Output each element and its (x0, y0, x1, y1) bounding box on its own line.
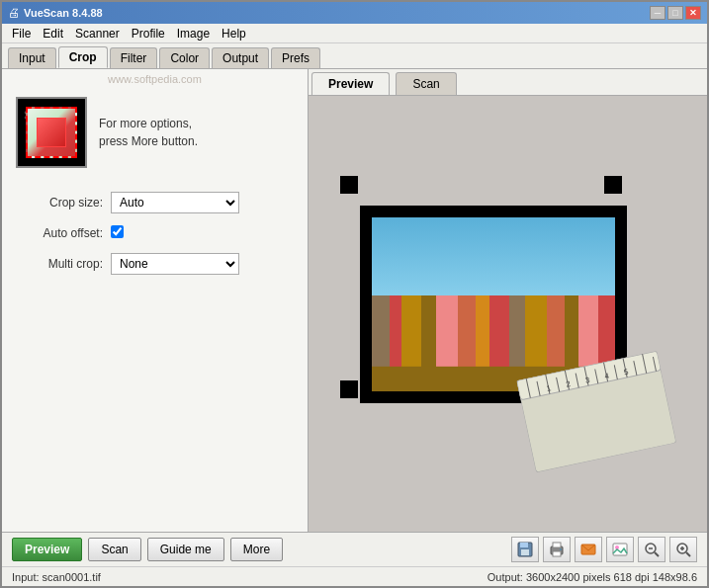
menu-help[interactable]: Help (216, 25, 252, 42)
sky-layer (372, 217, 615, 295)
scan-preview: 1 2 3 4 5 (340, 176, 676, 453)
more-button[interactable]: More (230, 538, 283, 561)
menu-profile[interactable]: Profile (126, 25, 171, 42)
svg-line-64 (686, 552, 690, 556)
status-output: Output: 3600x2400 pixels 618 dpi 148x98.… (487, 571, 697, 583)
email-tool-button[interactable] (575, 537, 602, 562)
svg-rect-49 (520, 543, 528, 547)
preview-area: 1 2 3 4 5 (309, 96, 707, 532)
app-icon: 🖨 (8, 6, 20, 20)
zoom-in-icon (675, 542, 691, 557)
window-title: VueScan 8.4.88 (24, 7, 103, 19)
help-section: ✂ For more options, press More button. (2, 87, 308, 178)
save-icon (517, 542, 533, 557)
title-bar-buttons: ─ □ ✕ (650, 6, 701, 20)
right-panel: Preview Scan (309, 69, 707, 532)
email-icon (580, 542, 596, 557)
image-icon (612, 542, 628, 557)
crop-size-dropdown[interactable]: Auto Manual Maximum (111, 192, 239, 213)
multi-crop-label: Multi crop: (22, 257, 111, 271)
crop-size-label: Crop size: (22, 196, 111, 210)
tab-color[interactable]: Color (159, 47, 210, 68)
status-bar: Input: scan0001.tif Output: 3600x2400 pi… (2, 566, 707, 586)
print-tool-button[interactable] (543, 537, 571, 562)
tab-input[interactable]: Input (8, 47, 56, 68)
help-line1: For more options, (99, 117, 192, 130)
corner-marker-tl (340, 176, 358, 194)
zoom-in-button[interactable] (669, 537, 697, 562)
menu-file[interactable]: File (6, 25, 37, 42)
scan-button[interactable]: Scan (88, 538, 140, 561)
zoom-out-icon (644, 542, 660, 557)
svg-rect-52 (553, 543, 561, 547)
settings-area: Crop size: Auto Manual Maximum Auto offs… (2, 178, 308, 532)
zoom-out-button[interactable] (638, 537, 665, 562)
menu-bar: File Edit Scanner Profile Image Help (2, 24, 707, 43)
multi-crop-dropdown[interactable]: None 2 4 6 (111, 253, 239, 275)
corner-marker-tr (604, 176, 622, 194)
crop-size-control: Auto Manual Maximum (111, 192, 288, 213)
print-icon (549, 542, 565, 557)
main-content: www.softpedia.com ✂ For more options, pr… (2, 69, 707, 532)
menu-image[interactable]: Image (171, 25, 216, 42)
svg-line-60 (655, 552, 659, 556)
help-text: For more options, press More button. (99, 115, 198, 150)
svg-rect-50 (521, 549, 529, 555)
tab-scan[interactable]: Scan (396, 72, 456, 95)
preview-button[interactable]: Preview (12, 538, 82, 561)
menu-edit[interactable]: Edit (37, 25, 69, 42)
crop-size-row: Crop size: Auto Manual Maximum (22, 192, 288, 213)
help-line2: press More button. (99, 134, 198, 148)
image-tool-button[interactable] (606, 537, 634, 562)
title-bar: 🖨 VueScan 8.4.88 ─ □ ✕ (2, 2, 707, 24)
title-bar-left: 🖨 VueScan 8.4.88 (8, 6, 103, 20)
multi-crop-row: Multi crop: None 2 4 6 (22, 253, 288, 275)
guide-me-button[interactable]: Guide me (147, 538, 224, 561)
auto-offset-control (111, 225, 288, 241)
tab-crop[interactable]: Crop (58, 46, 108, 68)
crop-dashed-box (26, 107, 77, 158)
svg-rect-53 (553, 551, 561, 556)
minimize-button[interactable]: ─ (650, 6, 665, 20)
auto-offset-label: Auto offset: (22, 226, 111, 240)
auto-offset-row: Auto offset: (22, 225, 288, 241)
crop-preview-image: ✂ (16, 97, 87, 168)
left-panel: www.softpedia.com ✂ For more options, pr… (2, 69, 309, 532)
save-tool-button[interactable] (511, 537, 539, 562)
svg-point-54 (560, 548, 562, 550)
auto-offset-checkbox[interactable] (111, 225, 124, 238)
tab-filter[interactable]: Filter (110, 47, 158, 68)
tab-output[interactable]: Output (212, 47, 269, 68)
maximize-button[interactable]: □ (667, 6, 683, 20)
tab-prefs[interactable]: Prefs (271, 47, 320, 68)
corner-marker-bl (340, 380, 358, 398)
tab-preview[interactable]: Preview (311, 72, 390, 95)
watermark-text: www.softpedia.com (2, 69, 308, 87)
main-window: 🖨 VueScan 8.4.88 ─ □ ✕ File Edit Scanner… (0, 0, 709, 588)
toolbar-right (511, 537, 697, 562)
menu-scanner[interactable]: Scanner (69, 25, 126, 42)
close-button[interactable]: ✕ (685, 6, 701, 20)
bottom-action-bar: Preview Scan Guide me More (2, 532, 707, 566)
preview-photo (372, 217, 615, 391)
preview-tab-bar: Preview Scan (309, 69, 707, 96)
left-tab-bar: Input Crop Filter Color Output Prefs (2, 43, 707, 69)
status-input: Input: scan0001.tif (12, 571, 101, 583)
multi-crop-control: None 2 4 6 (111, 253, 288, 275)
